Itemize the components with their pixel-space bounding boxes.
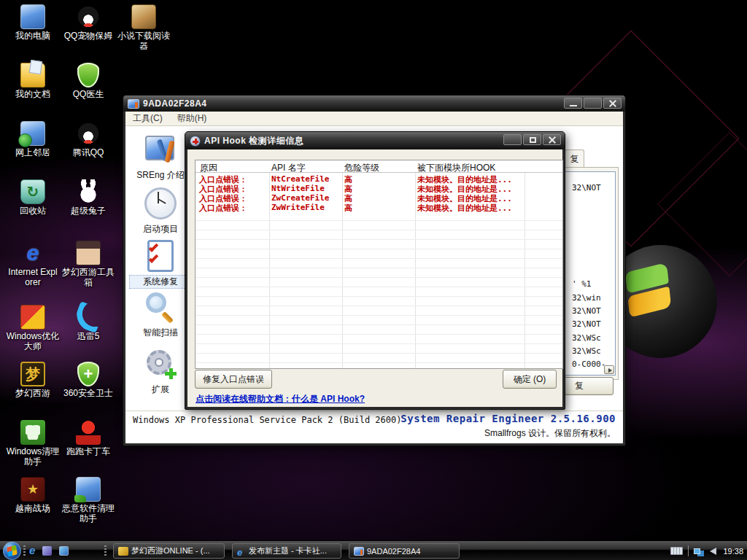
table-row[interactable]: 入口点错误： ZwCreateFile 高 未知模块。目的地址是... [196,193,562,203]
desktop-icon-qq-pet-nanny[interactable]: QQ宠物保姆 [61,4,115,41]
main-titlebar[interactable]: 9ADA02F28A4 [123,96,625,112]
table-header[interactable]: 原因 API 名字 危险等级 被下面模块所HOOK [196,160,562,173]
list-fragment: 32\NOT [572,306,601,316]
desktop-icon-windows-cleaner[interactable]: Windows清理助手 [6,420,60,467]
desktop-icon-internet-explorer[interactable]: e Internet Explorer [6,241,60,287]
windows-optimizer-icon [20,305,45,330]
list-fragment: 32\win [572,293,601,303]
windows-orb-icon [7,545,17,556]
task-button-new-topic[interactable]: e 发布新主题 - 卡卡社... [232,543,341,559]
close-button[interactable] [603,98,622,109]
dialog-title: API Hook 检测详细信息 [204,135,303,147]
sidebar-item-sreng-intro[interactable]: SREng 介绍 [130,133,191,182]
desktop-icon-malware-cleaner[interactable]: 恶意软件清理助手 [61,477,115,524]
table-row[interactable]: 入口点错误： NtWriteFile 高 未知模块。目的地址是... [196,184,562,193]
checklist-icon [143,240,178,273]
mhxy-task-icon [118,547,128,556]
sidebar-item-system-repair[interactable]: 系统修复 [130,240,191,288]
desktop-icon-my-computer[interactable]: 我的电脑 [6,4,60,41]
col-hooked-by: 被下面模块所HOOK [417,162,495,174]
col-api-name: API 名字 [271,162,306,174]
maximize-button[interactable] [584,98,602,109]
keyboard-layout-icon[interactable] [670,547,683,555]
desktop-icon-my-documents[interactable]: 我的文档 [6,63,60,99]
desktop-icon-network-places[interactable]: 网上邻居 [6,121,60,158]
qq-doctor-icon [77,63,99,88]
dialog-maximize-button[interactable] [523,134,541,145]
thunder-5-icon [72,301,104,333]
dialog-close-button[interactable] [543,134,561,145]
sidebar-item-extensions[interactable]: 扩展 [130,348,191,396]
desktop-icon-vietnam-battlefield[interactable]: ★ 越南战场 [6,477,60,513]
recycle-bin-icon: ↻ [20,179,45,204]
sreng-task-icon [354,547,364,556]
desktop-icon-360-safe[interactable]: + 360安全卫士 [61,362,115,398]
desktop-icon-tencent-qq[interactable]: 腾讯QQ [61,121,115,158]
hook-results-table[interactable]: 原因 API 名字 危险等级 被下面模块所HOOK 入口点错误： NtCreat… [195,160,563,369]
mhxy-toolbox-icon [76,241,101,265]
list-fragment: 32\WSc [572,333,601,343]
sidebar-item-startup-items[interactable]: 启动项目 [130,187,191,236]
desktop-icon-thunder-5[interactable]: 迅雷5 [61,305,115,341]
sreng-intro-icon [143,133,178,167]
empty-grid-rows [196,211,562,368]
my-computer-icon [20,4,45,29]
mhxy-icon: 梦 [20,362,45,386]
gear-plus-icon [143,348,178,381]
quicklaunch-ie-icon[interactable]: e [29,545,35,556]
desktop-icon-super-rabbit[interactable]: 超级兔子 [61,179,115,216]
dialog-titlebar[interactable]: API Hook 检测详细信息 [185,132,565,149]
network-tray-icon[interactable] [694,548,700,554]
desktop-icon-qq-doctor[interactable]: QQ医生 [61,63,115,99]
table-row[interactable]: 入口点错误： NtCreateFile 高 未知模块。目的地址是... [196,174,562,184]
volume-tray-icon[interactable] [710,548,716,555]
quicklaunch-show-desktop-icon[interactable] [42,546,52,556]
my-documents-icon [20,63,45,88]
qq-pet-icon [76,4,101,29]
ie-task-icon: e [237,547,246,556]
menu-help[interactable]: 帮助(H) [170,111,214,126]
magnifier-icon [143,291,178,324]
quicklaunch-media-icon[interactable] [59,546,69,556]
quicklaunch-grip[interactable] [23,545,26,556]
network-places-icon [20,121,45,146]
task-button-mhxy-online[interactable]: 梦幻西游ONLINE - (... [113,543,225,559]
list-fragment: ' %1 [572,279,592,289]
task-button-sreng[interactable]: 9ADA02F28A4 [349,543,460,559]
malware-cleaner-icon [76,477,101,502]
repair-button-fragment[interactable]: 复 [564,377,614,395]
scrollbar-right-arrow[interactable] [604,365,614,374]
desktop-icon-popkart[interactable]: 跑跑卡丁车 [61,420,115,456]
dialog-body: 原因 API 名字 危险等级 被下面模块所HOOK 入口点错误： NtCreat… [187,149,562,407]
list-fragment: 32\NOT [572,183,601,192]
ok-button[interactable]: 确定 (O) [503,370,557,389]
novel-reader-icon [131,4,156,29]
status-product-name: System Repair Engineer 2.5.16.900 [400,413,616,424]
minimize-button[interactable] [564,98,582,109]
vietnam-battlefield-icon: ★ [20,477,45,502]
desktop-icon-windows-optimizer[interactable]: Windows优化大师 [6,305,60,351]
status-copyright: Smallfrogs 设计。保留所有权利。 [484,427,616,440]
desktop-icon-mhxy[interactable]: 梦 梦幻西游 [6,362,60,398]
dialog-minimize-button[interactable] [503,134,522,145]
tab-system-repair-fragment[interactable]: 复 [565,149,584,168]
start-button[interactable] [3,542,21,560]
repair-cross-icon [190,136,201,147]
tasks-grip[interactable] [104,545,107,556]
360-safe-icon: + [77,362,99,386]
desktop-icon-novel-reader[interactable]: 小说下载阅读器 [117,4,171,51]
internet-explorer-icon: e [20,241,45,265]
sidebar-item-smart-scan[interactable]: 智能扫描 [130,291,191,339]
desktop-icon-recycle-bin[interactable]: ↻ 回收站 [6,179,60,216]
system-tray: 19:38 [670,541,743,560]
clock-time: 19:38 [721,547,743,556]
clock-icon [143,187,178,221]
list-fragment: 0-C000- [572,359,605,369]
fix-entry-point-button[interactable]: 修复入口点错误 [195,370,272,389]
col-reason: 原因 [200,162,217,174]
api-hook-dialog: API Hook 检测详细信息 原因 API 名字 危险等级 被下面模块所HOO… [185,131,565,410]
help-link[interactable]: 点击阅读在线帮助文档：什么是 API Hook? [196,393,365,405]
desktop-icon-mhxy-toolbox[interactable]: 梦幻西游工具箱 [61,241,115,287]
menu-tools[interactable]: 工具(C) [125,111,170,126]
table-row[interactable]: 入口点错误： ZwWriteFile 高 未知模块。目的地址是... [196,203,562,212]
